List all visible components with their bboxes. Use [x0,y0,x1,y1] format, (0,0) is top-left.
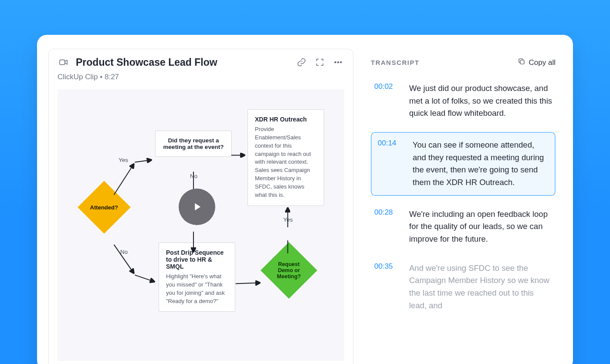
transcript-timestamp[interactable]: 00:14 [378,139,402,189]
clip-subtitle: ClickUp Clip • 8:27 [58,73,344,81]
more-icon[interactable] [332,56,344,68]
video-icon [58,56,70,68]
svg-point-1 [335,62,336,63]
transcript-entry[interactable]: 00:02 We just did our product showcase, … [371,78,556,124]
svg-rect-0 [60,60,65,65]
transcript-text: And we're using SFDC to see the Campaign… [409,262,552,312]
play-button[interactable] [179,189,215,225]
diagram-connectors [58,89,344,361]
whiteboard-canvas: Attended? Yes No Did they request a meet… [58,89,344,361]
transcript-timestamp[interactable]: 00:02 [374,82,399,120]
copy-all-button[interactable]: Copy all [518,57,556,67]
svg-rect-4 [520,60,524,64]
transcript-entry[interactable]: 00:28 We're including an open feedback l… [371,204,556,250]
transcript-panel: TRANSCRIPT Copy all 00:02 We just did ou… [353,49,560,364]
transcript-heading: TRANSCRIPT [371,59,420,66]
transcript-entries: 00:02 We just did our product showcase, … [371,78,556,316]
transcript-header: TRANSCRIPT Copy all [371,57,556,67]
expand-icon[interactable] [314,56,326,68]
video-header: Product Showcase Lead Flow [58,56,344,68]
copy-all-label: Copy all [529,58,556,67]
transcript-entry[interactable]: 00:14 You can see if someone attended, a… [371,132,556,196]
video-panel: Product Showcase Lead Flow ClickUp Clip … [48,49,353,364]
copy-icon [518,57,525,67]
transcript-entry[interactable]: 00:35 And we're using SFDC to see the Ca… [371,258,556,317]
transcript-text: We're including an open feedback loop fo… [409,208,552,246]
svg-point-3 [340,62,342,63]
transcript-text: You can see if someone attended, and the… [413,139,549,189]
link-icon[interactable] [295,56,308,68]
transcript-timestamp[interactable]: 00:35 [374,262,399,312]
clip-title: Product Showcase Lead Flow [76,57,289,68]
transcript-text: We just did our product showcase, and me… [409,82,552,120]
app-card: Product Showcase Lead Flow ClickUp Clip … [37,35,573,364]
transcript-timestamp[interactable]: 00:28 [374,208,399,246]
svg-point-2 [338,62,339,63]
